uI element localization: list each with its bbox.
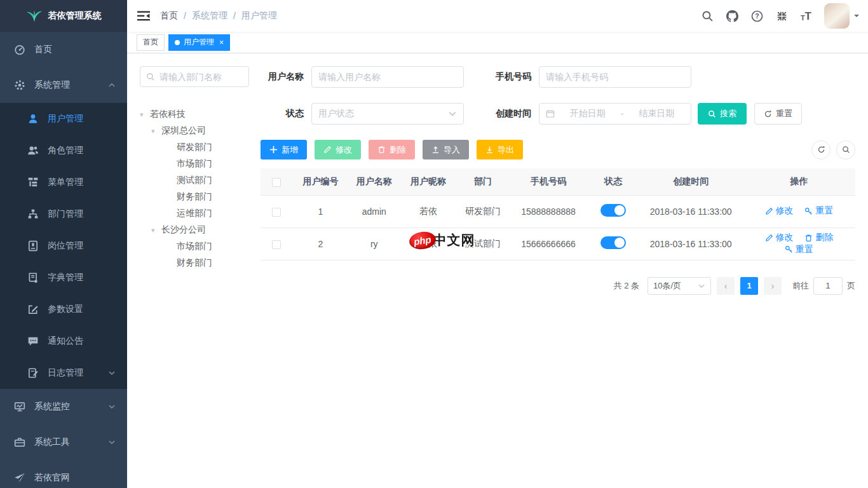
sidebar-item-role-mgmt[interactable]: 角色管理: [0, 135, 127, 166]
download-icon: [485, 146, 494, 154]
sidebar-item-log-mgmt[interactable]: 日志管理: [0, 357, 127, 389]
system-submenu: 用户管理 角色管理 菜单管理: [0, 103, 127, 389]
close-icon[interactable]: ×: [219, 38, 224, 47]
goto-page-input[interactable]: [813, 277, 843, 295]
chevron-down-icon: [448, 109, 457, 118]
github-icon[interactable]: [726, 10, 738, 22]
sidebar-item-official-site[interactable]: 若依官网: [0, 460, 127, 488]
cell-username: ry: [349, 227, 400, 260]
row-edit-link[interactable]: 修改: [765, 232, 794, 243]
search-icon: [146, 72, 155, 81]
tree-node[interactable]: 测试部门: [140, 172, 249, 189]
avatar[interactable]: [824, 3, 850, 29]
reset-button[interactable]: 重置: [754, 103, 802, 125]
user-menu[interactable]: [824, 3, 859, 29]
chevron-down-icon: [698, 282, 705, 290]
tree-node[interactable]: 财务部门: [140, 189, 249, 205]
prev-page-button[interactable]: ‹: [717, 277, 735, 295]
select-all-checkbox[interactable]: [272, 178, 281, 187]
key-icon: [785, 245, 793, 254]
breadcrumb-home[interactable]: 首页: [160, 10, 178, 22]
tree-caret-icon[interactable]: ▾: [140, 111, 150, 119]
tree-caret-icon[interactable]: ▾: [151, 127, 161, 135]
delete-button-label: 删除: [390, 144, 406, 156]
search-button[interactable]: 搜索: [698, 103, 747, 125]
next-page-button[interactable]: ›: [764, 277, 782, 295]
tree-node[interactable]: 市场部门: [140, 156, 249, 172]
sidebar-item-menu-mgmt[interactable]: 菜单管理: [0, 166, 127, 198]
upload-icon: [431, 146, 440, 154]
tree-caret-icon[interactable]: ▾: [151, 226, 161, 234]
org-chart-icon: [27, 208, 39, 220]
delete-button[interactable]: 删除: [369, 140, 415, 159]
tab-user-mgmt[interactable]: 用户管理 ×: [168, 34, 230, 51]
tree-node[interactable]: ▾ 深圳总公司: [140, 123, 249, 139]
breadcrumb-system[interactable]: 系统管理: [192, 10, 227, 22]
page-size-select[interactable]: 10条/页: [648, 277, 711, 295]
sidebar-item-post-mgmt[interactable]: 岗位管理: [0, 230, 127, 262]
row-checkbox[interactable]: [272, 208, 281, 217]
fullscreen-icon[interactable]: [776, 10, 788, 22]
sidebar-item-dept-mgmt[interactable]: 部门管理: [0, 198, 127, 230]
tree-node[interactable]: ▾ 长沙分公司: [140, 222, 249, 238]
export-button[interactable]: 导出: [477, 140, 523, 159]
tree-node[interactable]: 运维部门: [140, 205, 249, 222]
cell-created: 2018-03-16 11:33:00: [639, 227, 743, 260]
row-reset-pwd-link[interactable]: 重置: [804, 205, 833, 217]
tab-home[interactable]: 首页: [137, 34, 165, 51]
add-button[interactable]: 新增: [261, 140, 307, 159]
tree-node[interactable]: ▾ 若依科技: [140, 106, 249, 123]
sidebar-item-monitor[interactable]: 系统监控: [0, 389, 127, 424]
navbar: 首页 / 系统管理 / 用户管理 ?: [127, 0, 868, 32]
tree-node[interactable]: 市场部门: [140, 238, 249, 255]
toggle-search-button[interactable]: [836, 140, 855, 159]
tree-node[interactable]: 研发部门: [140, 139, 249, 156]
sidebar-item-system[interactable]: 系统管理: [0, 67, 127, 103]
refresh-table-button[interactable]: [811, 140, 831, 159]
col-phone: 手机号码: [509, 168, 588, 195]
sidebar-item-dict-mgmt[interactable]: 字典管理: [0, 262, 127, 294]
row-checkbox[interactable]: [272, 240, 281, 249]
edit-button[interactable]: 修改: [315, 140, 361, 159]
page-size-value: 10条/页: [653, 280, 681, 292]
sidebar-item-tools[interactable]: 系统工具: [0, 424, 127, 460]
status-toggle[interactable]: [600, 236, 626, 249]
row-delete-link[interactable]: 删除: [804, 232, 833, 243]
trash-icon: [804, 234, 813, 242]
sidebar-item-user-mgmt[interactable]: 用户管理: [0, 103, 127, 135]
sidebar-item-home[interactable]: 首页: [0, 32, 127, 67]
op-label: 修改: [776, 205, 794, 217]
dept-tree: ▾ 若依科技 ▾ 深圳总公司 研发部门 市场部门 测试部门 财务部门 运维部门 …: [140, 106, 249, 271]
tree-node[interactable]: 财务部门: [140, 255, 249, 271]
font-size-icon[interactable]: TT: [801, 11, 811, 22]
row-edit-link[interactable]: 修改: [765, 205, 794, 217]
search-icon[interactable]: [702, 10, 714, 22]
phone-input[interactable]: [546, 72, 684, 82]
username-field-box: [311, 66, 464, 88]
date-separator: -: [621, 109, 624, 119]
sidebar-item-param-settings[interactable]: 参数设置: [0, 294, 127, 325]
question-icon[interactable]: ?: [751, 10, 763, 22]
col-status: 状态: [588, 168, 639, 195]
current-page[interactable]: 1: [740, 277, 758, 295]
status-select[interactable]: 用户状态: [311, 103, 464, 125]
toolbar: 新增 修改 删除: [261, 140, 855, 159]
caret-down-icon: [854, 15, 859, 20]
phone-field-box: [539, 66, 691, 88]
import-button[interactable]: 导入: [423, 140, 469, 159]
message-icon: [27, 336, 39, 347]
date-end[interactable]: 结束日期: [628, 108, 684, 119]
edit-square-icon: [27, 304, 39, 315]
date-start[interactable]: 开始日期: [560, 108, 616, 119]
sidebar-fold-icon[interactable]: [137, 10, 150, 22]
status-toggle[interactable]: [600, 204, 626, 217]
date-range-picker[interactable]: 开始日期 - 结束日期: [539, 103, 691, 125]
username-input[interactable]: [318, 72, 457, 82]
cell-user-id: 1: [293, 195, 349, 227]
dept-search-input[interactable]: [159, 72, 243, 82]
row-reset-pwd-link[interactable]: 重置: [785, 244, 813, 255]
sidebar-item-notice[interactable]: 通知公告: [0, 325, 127, 357]
sidebar-item-label: 日志管理: [48, 367, 108, 379]
cell-dept: 研发部门: [457, 195, 509, 227]
cell-phone: 15666666666: [509, 227, 588, 260]
